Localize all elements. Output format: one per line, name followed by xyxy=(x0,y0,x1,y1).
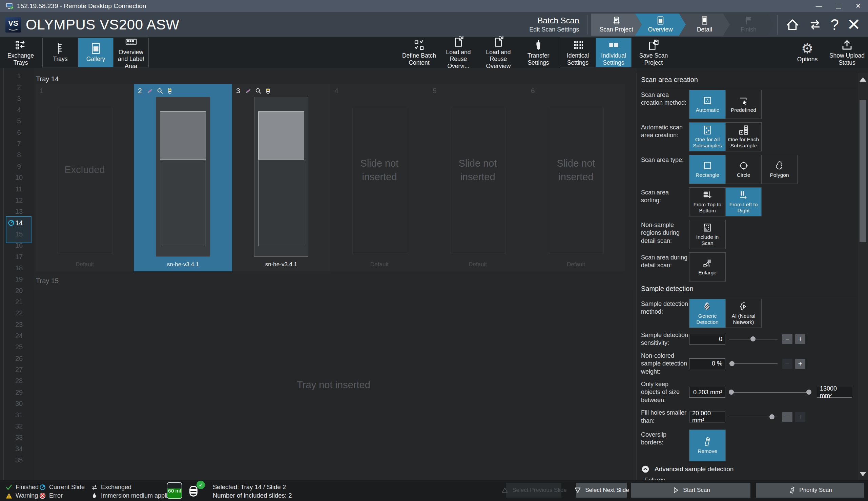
tray-list-item-30[interactable]: 30 xyxy=(4,399,34,407)
slider-fill-holes-smaller-than[interactable] xyxy=(728,412,778,423)
decrement-button[interactable]: − xyxy=(782,412,792,422)
scan-area-rect[interactable] xyxy=(160,160,206,246)
option-polygon[interactable]: Polygon xyxy=(761,155,797,184)
slider-handle[interactable] xyxy=(769,414,774,419)
decrement-button[interactable]: − xyxy=(782,359,792,369)
scrollbar-thumb[interactable] xyxy=(859,100,866,242)
slider-handle[interactable] xyxy=(750,337,756,341)
tray-list-item-33[interactable]: 33 xyxy=(4,433,34,441)
slider-handle[interactable] xyxy=(729,361,735,366)
tray-list-item-24[interactable]: 24 xyxy=(4,332,34,340)
option-generic-detection[interactable]: Generic Detection xyxy=(689,299,725,328)
tray-list-scrollbar[interactable] xyxy=(3,68,4,480)
tray-list-item-7[interactable]: 7 xyxy=(4,140,34,148)
option-automatic[interactable]: AAutomatic xyxy=(689,90,725,119)
home-button[interactable] xyxy=(785,17,800,32)
option-predefined[interactable]: Predefined xyxy=(725,90,761,119)
toolbar-options-button[interactable]: ⚙Options xyxy=(788,37,827,68)
tray-list-item-9[interactable]: 9 xyxy=(4,162,34,170)
slide-cell-1[interactable]: 1ExcludedDefault xyxy=(35,84,134,271)
option-one-for-each-subsample[interactable]: One for Each Subsample xyxy=(725,122,761,151)
tray-list-item-8[interactable]: 8 xyxy=(4,151,34,159)
scroll-down-button[interactable] xyxy=(858,469,868,479)
scroll-up-button[interactable] xyxy=(858,74,868,84)
slide-cell-3[interactable]: 3sn-he-v3.4.1 xyxy=(232,84,330,271)
tray-list-item-19[interactable]: 19 xyxy=(4,275,34,283)
tray-list-item-34[interactable]: 34 xyxy=(4,445,34,453)
tray-list-item-35[interactable]: 35 xyxy=(4,456,34,464)
tray-list-item-20[interactable]: 20 xyxy=(4,287,34,295)
input-sample-detection-sensitivity[interactable]: 0 xyxy=(689,334,725,344)
toolbar-define-batch-content-button[interactable]: Define Batch Content xyxy=(400,37,438,68)
slide-cell-6[interactable]: 6Slide not insertedDefault xyxy=(527,84,625,271)
option-include-in-scan[interactable]: Include in Scan xyxy=(689,220,725,249)
tray-list-item-29[interactable]: 29 xyxy=(4,388,34,396)
help-button[interactable]: ? xyxy=(831,17,838,32)
option-from-top-to-bottom[interactable]: From Top to Bottom xyxy=(689,188,725,216)
tray-list-item-32[interactable]: 32 xyxy=(4,422,34,430)
step-overview[interactable]: Overview xyxy=(635,13,686,36)
tray-list-item-25[interactable]: 25 xyxy=(4,343,34,351)
input-max-size[interactable]: 13000 mm² xyxy=(817,387,852,398)
tray-list-item-31[interactable]: 31 xyxy=(4,411,34,419)
toolbar-transfer-settings-button[interactable]: Transfer Settings xyxy=(519,37,558,68)
select-previous-slide-button[interactable]: Select Previous Slide xyxy=(506,483,561,498)
tray-list-item-5[interactable]: 5 xyxy=(4,117,34,125)
toolbar-load-and-reuse-overview-button[interactable]: Load and Reuse Overview xyxy=(479,37,518,68)
toolbar-individual-settings-button[interactable]: Individual Settings xyxy=(596,38,631,67)
tray-list-item-17[interactable]: 17 xyxy=(4,253,34,261)
tray-list-item-21[interactable]: 21 xyxy=(4,298,34,306)
option-rectangle[interactable]: Rectangle xyxy=(689,155,725,184)
tray-list-item-2[interactable]: 2 xyxy=(4,83,34,91)
option-one-for-all-subsamples[interactable]: One for All Subsamples xyxy=(689,122,725,151)
tray-list-item-18[interactable]: 18 xyxy=(4,264,34,272)
toolbar-identical-settings-button[interactable]: Identical Settings xyxy=(560,38,596,67)
tray-list-item-22[interactable]: 22 xyxy=(4,309,34,317)
slide-cell-4[interactable]: 4Slide not insertedDefault xyxy=(330,84,429,271)
increment-button[interactable]: + xyxy=(795,359,805,369)
slide-cell-5[interactable]: 5Slide not insertedDefault xyxy=(429,84,527,271)
increment-button[interactable]: + xyxy=(795,412,805,422)
decrement-button[interactable]: − xyxy=(782,334,792,344)
tray-list-item-13[interactable]: 13 xyxy=(4,207,34,215)
range-slider[interactable] xyxy=(728,387,812,398)
tray-list-item-16[interactable]: 16 xyxy=(4,241,34,249)
switch-button[interactable] xyxy=(808,18,822,32)
slider-handle-max[interactable] xyxy=(806,390,812,395)
priority-scan-button[interactable]: Priority Scan xyxy=(756,483,864,498)
toolbar-gallery-button[interactable]: Gallery xyxy=(78,38,113,67)
select-next-slide-button[interactable]: Select Next Slide xyxy=(576,483,627,498)
step-scan-project[interactable]: Scan Project xyxy=(591,13,642,36)
tray-list-item-6[interactable]: 6 xyxy=(4,128,34,137)
step-finish[interactable]: Finish xyxy=(723,13,774,36)
slider-sample-detection-sensitivity[interactable] xyxy=(728,334,778,344)
input-min-size[interactable]: 0.203 mm² xyxy=(689,387,725,398)
tray-list-item-10[interactable]: 10 xyxy=(4,173,34,182)
toolbar-save-scan-project-button[interactable]: Save Scan Project xyxy=(634,37,673,68)
tray-list-item-28[interactable]: 28 xyxy=(4,377,34,385)
option-remove[interactable]: Remove xyxy=(689,430,725,461)
option-from-left-to-right[interactable]: From Left to Right xyxy=(725,188,761,216)
slider-non-colored-sample-detection-weight[interactable] xyxy=(728,359,778,369)
tray-list-item-15[interactable]: 15 xyxy=(4,230,34,238)
close-app-button[interactable]: ✕ xyxy=(847,17,860,33)
toolbar-trays-button[interactable]: Trays xyxy=(43,38,78,67)
toolbar-overview-and-label-area-button[interactable]: Overview and Label Area xyxy=(113,38,148,67)
toolbar-show-upload-status-button[interactable]: Show Upload Status xyxy=(826,37,868,68)
maximize-button[interactable] xyxy=(829,0,848,12)
tray-list-item-26[interactable]: 26 xyxy=(4,354,34,362)
tray-list-item-11[interactable]: 11 xyxy=(4,185,34,193)
tray-list-item-3[interactable]: 3 xyxy=(4,95,34,103)
advanced-toggle[interactable]: Advanced sample detection xyxy=(641,465,858,473)
minimize-button[interactable]: — xyxy=(809,0,829,12)
tray-list-item-27[interactable]: 27 xyxy=(4,365,34,374)
tray-list-item-23[interactable]: 23 xyxy=(4,320,34,329)
option-ai-neural-network[interactable]: AI (Neural Network) xyxy=(725,299,761,328)
scan-area-rect[interactable] xyxy=(258,160,304,246)
slide-cell-2[interactable]: 2sn-he-v3.4.1 xyxy=(134,84,232,271)
tray-list-item-4[interactable]: 4 xyxy=(4,106,34,114)
toolbar-load-and-reuse-overvi-button[interactable]: Load and Reuse Overvi... xyxy=(439,37,478,68)
tray-list-item-12[interactable]: 12 xyxy=(4,196,34,204)
close-window-button[interactable]: ✕ xyxy=(848,0,868,12)
option-circle[interactable]: Circle xyxy=(725,155,761,184)
